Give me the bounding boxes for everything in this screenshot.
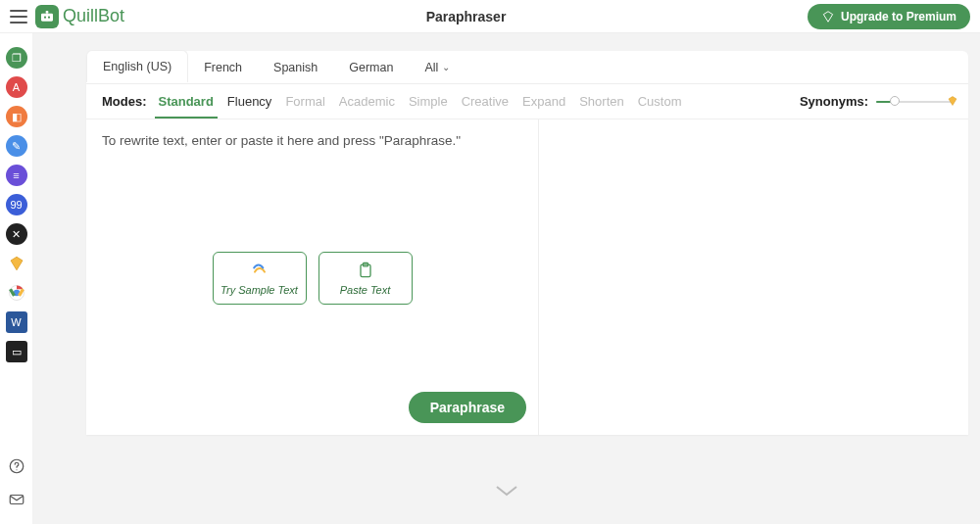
translator-icon[interactable]: ✕ xyxy=(6,223,27,245)
brand-logo[interactable]: QuillBot xyxy=(35,5,124,28)
main-area: English (US)FrenchSpanishGermanAll⌄ Mode… xyxy=(33,33,980,524)
mode-shorten[interactable]: Shorten xyxy=(579,94,624,109)
synonyms-slider[interactable] xyxy=(876,99,953,105)
summarizer-icon[interactable]: ≡ xyxy=(6,165,27,186)
mode-simple[interactable]: Simple xyxy=(409,94,448,109)
lang-tab-german[interactable]: German xyxy=(333,51,409,83)
svg-rect-3 xyxy=(46,11,49,14)
plagiarism-icon[interactable]: ◧ xyxy=(6,106,27,127)
svg-point-2 xyxy=(48,16,50,18)
citation-icon[interactable]: 99 xyxy=(6,194,27,215)
mode-fluency[interactable]: Fluency xyxy=(227,94,272,109)
synonyms-label: Synonyms: xyxy=(800,94,868,109)
paste-text-button[interactable]: Paste Text xyxy=(318,252,413,305)
mail-icon[interactable] xyxy=(8,491,25,512)
lang-tab-french[interactable]: French xyxy=(188,51,258,83)
mode-standard[interactable]: Standard xyxy=(159,94,214,109)
diamond-icon xyxy=(947,95,958,107)
modes-row: Modes: StandardFluencyFormalAcademicSimp… xyxy=(86,84,968,119)
paraphraser-card: English (US)FrenchSpanishGermanAll⌄ Mode… xyxy=(86,51,968,435)
synonyms-control: Synonyms: xyxy=(800,94,953,109)
mode-formal[interactable]: Formal xyxy=(285,94,324,109)
lang-tab-all[interactable]: All⌄ xyxy=(409,51,466,83)
mode-custom[interactable]: Custom xyxy=(638,94,682,109)
tool-rail: ❐A◧✎≡99✕W▭ xyxy=(0,33,33,524)
chevron-down-icon: ⌄ xyxy=(442,62,450,72)
menu-toggle[interactable] xyxy=(10,10,27,24)
mode-academic[interactable]: Academic xyxy=(339,94,395,109)
upgrade-label: Upgrade to Premium xyxy=(841,10,956,24)
chrome-icon[interactable] xyxy=(6,282,27,304)
try-sample-button[interactable]: Try Sample Text xyxy=(213,252,307,305)
wave-icon xyxy=(250,261,270,280)
lang-tab-spanish[interactable]: Spanish xyxy=(258,51,333,83)
svg-rect-8 xyxy=(10,496,24,504)
lang-tab-english-us-[interactable]: English (US) xyxy=(86,50,188,82)
input-pane[interactable]: To rewrite text, enter or paste it here … xyxy=(86,119,539,435)
language-tabs: English (US)FrenchSpanishGermanAll⌄ xyxy=(86,51,968,84)
paraphrase-button[interactable]: Paraphrase xyxy=(409,392,526,423)
mode-creative[interactable]: Creative xyxy=(462,94,509,109)
premium-icon[interactable] xyxy=(6,253,27,274)
macos-icon[interactable]: ▭ xyxy=(6,341,27,362)
help-icon[interactable] xyxy=(8,457,25,479)
clipboard-icon xyxy=(356,261,375,280)
brand-name: QuillBot xyxy=(63,6,124,26)
upgrade-button[interactable]: Upgrade to Premium xyxy=(808,4,970,29)
expand-chevron[interactable] xyxy=(493,483,520,502)
brand-mark-icon xyxy=(35,5,59,28)
input-placeholder: To rewrite text, enter or paste it here … xyxy=(86,119,538,162)
mode-expand[interactable]: Expand xyxy=(522,94,565,109)
paraphraser-icon[interactable]: ❐ xyxy=(6,47,27,69)
cowriter-icon[interactable]: ✎ xyxy=(6,135,27,157)
page-title: Paraphraser xyxy=(124,9,808,24)
word-icon[interactable]: W xyxy=(6,311,27,333)
grammar-icon[interactable]: A xyxy=(6,76,27,98)
diamond-icon xyxy=(821,10,835,24)
svg-point-7 xyxy=(16,469,17,470)
output-pane xyxy=(539,119,968,435)
modes-label: Modes: xyxy=(102,94,147,109)
svg-rect-0 xyxy=(41,13,53,21)
svg-point-1 xyxy=(44,16,46,18)
